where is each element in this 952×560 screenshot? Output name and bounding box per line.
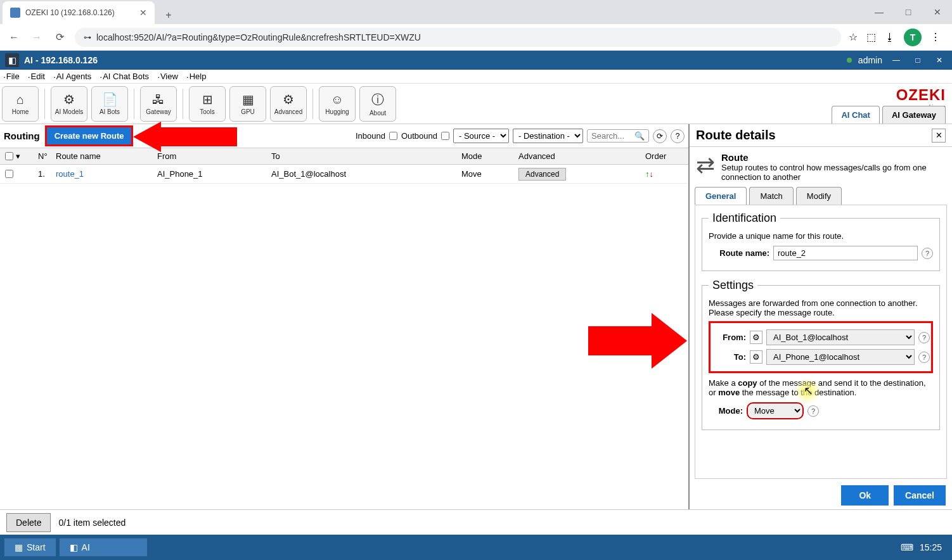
app-maximize-icon[interactable]: □ — [910, 54, 925, 66]
search-input[interactable] — [591, 131, 634, 141]
menu-view[interactable]: View — [158, 72, 178, 81]
table-row[interactable]: 1. route_1 AI_Phone_1 AI_Bot_1@localhost… — [0, 165, 688, 184]
select-all-checkbox[interactable] — [5, 152, 13, 160]
mode-select[interactable]: Move — [747, 402, 804, 419]
menubar: File Edit AI Agents AI Chat Bots View He… — [0, 70, 952, 84]
reload-button[interactable]: ⟳ — [52, 30, 67, 45]
toolbar: ⌂Home ⚙AI Models 📄AI Bots 🖧Gateway ⊞Tool… — [0, 84, 952, 124]
site-info-icon[interactable]: ⊶ — [84, 33, 91, 42]
tab-modify[interactable]: Modify — [796, 187, 842, 205]
close-tab-icon[interactable]: ✕ — [139, 8, 147, 18]
keyboard-icon[interactable]: ⌨ — [901, 542, 913, 552]
downloads-icon[interactable]: ⭳ — [885, 32, 895, 43]
toolbar-gateway[interactable]: 🖧Gateway — [140, 86, 177, 122]
toolbar-about[interactable]: ⓘAbout — [359, 86, 396, 122]
identification-hint: Provide a unique name for this route. — [709, 231, 933, 241]
toolbar-ai-models[interactable]: ⚙AI Models — [51, 86, 87, 122]
row-advanced-button[interactable]: Advanced — [518, 168, 566, 181]
to-select[interactable]: AI_Phone_1@localhost — [766, 349, 915, 365]
browser-tab-strip: OZEKI 10 (192.168.0.126) ✕ + — □ ✕ — [0, 0, 952, 24]
col-n: N° — [33, 151, 51, 161]
ok-button[interactable]: Ok — [841, 485, 889, 506]
extensions-icon[interactable]: ⬚ — [866, 31, 876, 43]
profile-avatar[interactable]: T — [904, 29, 922, 46]
minimize-icon[interactable]: — — [865, 2, 894, 22]
app-icon: ◧ — [70, 542, 78, 552]
annotation-arrow2-icon — [588, 313, 687, 369]
identification-legend: Identification — [709, 212, 780, 225]
to-label: To: — [712, 352, 746, 362]
menu-file[interactable]: File — [4, 72, 20, 81]
gateway-icon: 🖧 — [152, 92, 165, 107]
outbound-checkbox[interactable] — [441, 132, 449, 140]
toolbar-home[interactable]: ⌂Home — [2, 86, 39, 122]
browser-tab[interactable]: OZEKI 10 (192.168.0.126) ✕ — [3, 1, 155, 24]
row-mode: Move — [456, 169, 513, 179]
col-to: To — [266, 151, 456, 161]
route-details-pane: Route details ✕ ⇄ Route Setup routes to … — [688, 124, 952, 512]
delete-button[interactable]: Delete — [6, 513, 51, 532]
source-select[interactable]: - Source - — [453, 129, 509, 143]
route-heading: Route — [721, 152, 946, 163]
forward-button[interactable]: → — [29, 30, 44, 45]
help-icon[interactable]: ? — [922, 248, 933, 259]
chevron-down-icon[interactable]: ▾ — [16, 151, 20, 161]
help-icon[interactable]: ? — [807, 405, 819, 417]
menu-help[interactable]: Help — [187, 72, 207, 81]
menu-icon[interactable]: ⋮ — [930, 31, 941, 43]
maximize-icon[interactable]: □ — [894, 2, 923, 22]
mode-label: Mode: — [709, 406, 743, 416]
admin-label[interactable]: admin — [858, 55, 882, 65]
bookmark-icon[interactable]: ☆ — [849, 31, 858, 43]
tab-match[interactable]: Match — [749, 187, 793, 205]
cancel-button[interactable]: Cancel — [894, 485, 946, 506]
create-route-button[interactable]: Create new Route — [45, 125, 134, 146]
help-icon[interactable]: ? — [918, 352, 930, 363]
taskbar-app-ai[interactable]: ◧AI — [59, 538, 148, 557]
inbound-checkbox[interactable] — [389, 132, 397, 140]
settings-fieldset: Settings Messages are forwarded from one… — [702, 279, 940, 430]
help-icon[interactable]: ? — [918, 332, 930, 343]
app-close-icon[interactable]: ✕ — [932, 54, 947, 66]
order-arrows-icon[interactable]: ↑↓ — [640, 169, 685, 179]
route-desc: Setup routes to control how messages/cal… — [721, 163, 946, 182]
details-title: Route details — [696, 128, 776, 143]
menu-ai-chat-bots[interactable]: AI Chat Bots — [100, 72, 149, 81]
row-checkbox[interactable] — [5, 170, 13, 178]
menu-edit[interactable]: Edit — [29, 72, 45, 81]
route-icon: ⇄ — [696, 152, 715, 182]
app-minimize-icon[interactable]: — — [889, 54, 904, 66]
row-from: AI_Phone_1 — [152, 169, 266, 179]
cursor-icon: ↖ — [804, 384, 813, 398]
from-label: From: — [712, 333, 746, 342]
close-window-icon[interactable]: ✕ — [923, 2, 952, 22]
toolbar-ai-bots[interactable]: 📄AI Bots — [91, 86, 128, 122]
toolbar-tools[interactable]: ⊞Tools — [189, 86, 226, 122]
refresh-icon[interactable]: ⟳ — [653, 129, 667, 143]
search-box[interactable]: 🔍 — [587, 129, 649, 143]
toolbar-gpu[interactable]: ▦GPU — [229, 86, 266, 122]
route-link[interactable]: route_1 — [56, 169, 84, 179]
toolbar-advanced[interactable]: ⚙Advanced — [270, 86, 307, 122]
close-details-icon[interactable]: ✕ — [932, 129, 946, 143]
app-title: AI - 192.168.0.126 — [24, 55, 98, 65]
settings-legend: Settings — [709, 279, 757, 292]
help-icon[interactable]: ? — [671, 129, 685, 143]
new-tab-button[interactable]: + — [160, 6, 177, 24]
back-button[interactable]: ← — [6, 30, 22, 45]
toolbar-hugging[interactable]: ☺Hugging — [319, 86, 356, 122]
tab-ai-gateway[interactable]: AI Gateway — [882, 106, 946, 124]
route-name-input[interactable] — [773, 246, 918, 260]
from-select[interactable]: AI_Bot_1@localhost — [766, 329, 915, 345]
grid-icon: ▦ — [15, 542, 23, 552]
tab-general[interactable]: General — [695, 187, 747, 205]
status-dot-icon — [847, 58, 852, 63]
url-field[interactable]: ⊶ localhost:9520/AI/?a=Routing&type=OzRo… — [75, 28, 841, 47]
menu-ai-agents[interactable]: AI Agents — [54, 72, 91, 81]
route-name-label: Route name: — [709, 248, 769, 258]
col-name: Route name — [51, 151, 152, 161]
start-button[interactable]: ▦Start — [4, 538, 56, 557]
search-icon[interactable]: 🔍 — [634, 131, 645, 141]
destination-select[interactable]: - Destination - — [513, 129, 583, 143]
tab-ai-chat[interactable]: AI Chat — [832, 106, 880, 124]
